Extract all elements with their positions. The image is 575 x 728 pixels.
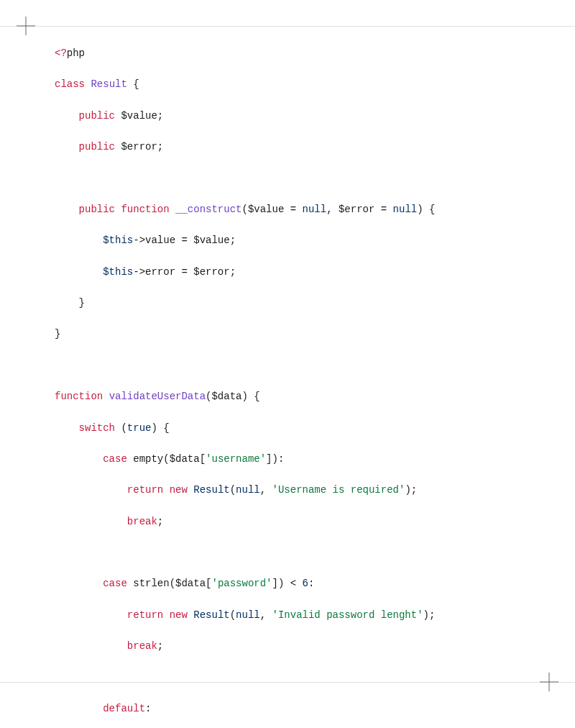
- code-line: break;: [55, 514, 520, 530]
- code-line: [55, 670, 520, 686]
- code-line: return new Result(null, 'Invalid passwor…: [55, 608, 520, 624]
- code-line: case strlen($data['password']) < 6:: [55, 576, 520, 592]
- code-line: }: [55, 327, 520, 342]
- code-line: switch (true) {: [55, 421, 520, 437]
- code-line: [55, 545, 520, 561]
- code-line: function validateUserData($data) {: [55, 389, 520, 405]
- code-line: public $value;: [55, 109, 520, 124]
- code-line: public function __construct($value = nul…: [55, 202, 520, 218]
- code-line: [55, 358, 520, 374]
- code-line: }: [55, 296, 520, 311]
- code-line: [55, 171, 520, 187]
- code-page: <?php class Result { public $value; publ…: [0, 0, 575, 728]
- code-line: break;: [55, 639, 520, 655]
- code-line: class Result {: [55, 77, 520, 93]
- code-line: return new Result(null, 'Username is req…: [55, 483, 520, 499]
- code-line: $this->error = $error;: [55, 265, 520, 281]
- php-code-block: <?php class Result { public $value; publ…: [55, 46, 520, 728]
- code-line: <?php: [55, 46, 520, 62]
- code-line: case empty($data['username']):: [55, 452, 520, 468]
- code-line: $this->value = $value;: [55, 233, 520, 249]
- code-line: default:: [55, 701, 520, 717]
- code-line: public $error;: [55, 140, 520, 155]
